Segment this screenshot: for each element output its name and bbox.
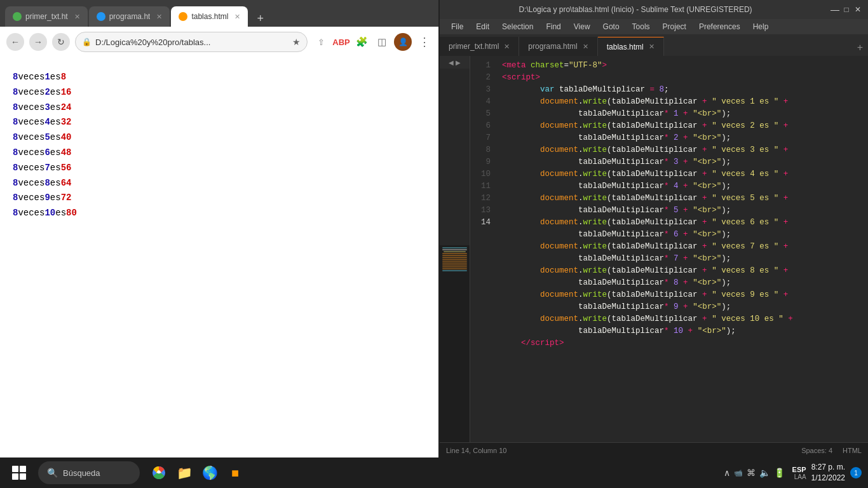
- code-line-11: document.write(tablaDeMultiplicar + " ve…: [502, 265, 868, 277]
- close-button[interactable]: ✕: [854, 6, 862, 13]
- tab-favicon-2: [97, 12, 105, 21]
- battery-icon[interactable]: 🔋: [774, 468, 785, 478]
- editor-tab-1-close[interactable]: ✕: [504, 43, 510, 51]
- code-line-5: document.write(tablaDeMultiplicar + " ve…: [502, 120, 868, 132]
- minimap-line: [442, 257, 467, 258]
- minimap-content: [440, 245, 470, 273]
- profile-avatar[interactable]: 👤: [394, 33, 412, 51]
- minimap: [440, 245, 470, 442]
- editor-tab-3-close[interactable]: ✕: [649, 43, 654, 51]
- menu-project[interactable]: Project: [656, 21, 693, 32]
- code-lines[interactable]: <meta charset="UTF-8"> <script> var tabl…: [496, 56, 868, 442]
- menu-view[interactable]: View: [567, 21, 597, 32]
- menu-dots-icon[interactable]: ⋮: [416, 34, 432, 50]
- region-code: LAA: [794, 473, 806, 480]
- adblock-icon[interactable]: ABP: [333, 34, 349, 50]
- menu-selection[interactable]: Selection: [496, 21, 539, 32]
- volume-icon[interactable]: 🔈: [759, 468, 770, 478]
- taskbar-files-icon[interactable]: 📁: [173, 461, 196, 484]
- code-line-12: document.write(tablaDeMultiplicar + " ve…: [502, 289, 868, 301]
- editor-window: D:\Logica y pro\tablas.html (Inicio) - S…: [440, 0, 868, 458]
- code-line-4b: tablaDeMultiplicar* 1 + "<br>");: [502, 108, 868, 120]
- navigation-bar: ← → ↻ 🔒 D:/Logica%20y%20pro/tablas... ★ …: [0, 27, 438, 57]
- code-line-13: document.write(tablaDeMultiplicar + " ve…: [502, 313, 868, 325]
- browser-content: 8 veces 1 es 8 8 veces 2 es 16 8 veces 3…: [0, 57, 438, 458]
- output-line-8: 8 veces 8 es 64: [13, 176, 426, 191]
- line-num-10: 10: [470, 168, 496, 180]
- extension-up-icon[interactable]: ⇧: [313, 34, 329, 50]
- code-line-7: document.write(tablaDeMultiplicar + " ve…: [502, 168, 868, 180]
- editor-new-tab-button[interactable]: +: [852, 39, 868, 56]
- fold-line-7: [440, 145, 470, 157]
- code-line-10b: tablaDeMultiplicar* 7 + "<br>");: [502, 253, 868, 265]
- taskbar-sublime-icon[interactable]: ■: [224, 461, 247, 484]
- line-num-7: 7: [470, 132, 496, 144]
- editor-title-text: D:\Logica y pro\tablas.html (Inicio) - S…: [446, 5, 825, 14]
- line-num-11: 11: [470, 180, 496, 193]
- win-logo-bl: [12, 473, 18, 480]
- maximize-button[interactable]: □: [843, 6, 850, 13]
- windows-logo: [12, 466, 26, 480]
- code-line-9: document.write(tablaDeMultiplicar + " ve…: [502, 217, 868, 229]
- tab-close-3[interactable]: ✕: [234, 13, 240, 21]
- taskbar-search-label: Búsqueda: [63, 468, 100, 478]
- menu-goto[interactable]: Goto: [597, 21, 626, 32]
- language-display: ESP LAA: [792, 466, 806, 480]
- start-button[interactable]: [6, 460, 32, 485]
- editor-tab-2[interactable]: programa.html ✕: [519, 37, 597, 56]
- editor-tab-1[interactable]: primer_txt.html ✕: [440, 37, 519, 56]
- minimap-line: [442, 270, 467, 271]
- taskbar-edge-icon[interactable]: 🌎: [198, 461, 221, 484]
- back-button[interactable]: ←: [6, 33, 24, 51]
- tab-close-1[interactable]: ✕: [74, 13, 80, 21]
- code-line-11b: tablaDeMultiplicar* 8 + "<br>");: [502, 277, 868, 289]
- wifi-icon[interactable]: ⌘: [747, 468, 756, 478]
- code-line-3: var tablaDeMultiplicar = 8;: [502, 84, 868, 96]
- star-icon[interactable]: ★: [292, 37, 301, 47]
- browser-tab-3[interactable]: tablas.html ✕: [171, 6, 248, 27]
- reload-button[interactable]: ↻: [52, 33, 70, 51]
- clock-date: 1/12/2022: [811, 473, 845, 484]
- forward-button[interactable]: →: [29, 33, 47, 51]
- menu-tools[interactable]: Tools: [626, 21, 656, 32]
- output-line-10: 8 veces 10 es 80: [13, 206, 426, 221]
- code-line-2: <script>: [502, 72, 868, 84]
- lang-icon[interactable]: 📹: [734, 469, 743, 477]
- tab-close-2[interactable]: ✕: [156, 13, 162, 21]
- notification-badge[interactable]: 1: [850, 467, 862, 478]
- minimize-button[interactable]: —: [831, 6, 839, 13]
- editor-tab-2-label: programa.html: [528, 42, 577, 51]
- code-line-6: document.write(tablaDeMultiplicar + " ve…: [502, 144, 868, 156]
- address-bar[interactable]: 🔒 D:/Logica%20y%20pro/tablas... ★: [75, 32, 308, 52]
- puzzle-icon[interactable]: 🧩: [353, 34, 370, 50]
- editor-tab-3[interactable]: tablas.html ✕: [598, 37, 664, 56]
- menu-file[interactable]: File: [445, 21, 470, 32]
- tab-favicon-3: [179, 12, 187, 21]
- new-tab-button[interactable]: +: [253, 11, 268, 27]
- tab-bar: primer_txt.ht ✕ programa.ht ✕ tablas.htm…: [0, 0, 438, 27]
- menu-edit[interactable]: Edit: [470, 21, 496, 32]
- line-num-2: 2: [470, 72, 496, 84]
- taskbar: 🔍 Búsqueda 📁 🌎 ■ ∧ 📹 ⌘ 🔈 🔋 ESP LAA: [0, 458, 868, 488]
- taskbar-chrome-icon[interactable]: [147, 461, 170, 484]
- minimap-line: [444, 251, 466, 252]
- menu-preferences[interactable]: Preferences: [693, 21, 747, 32]
- code-line-7b: tablaDeMultiplicar* 4 + "<br>");: [502, 180, 868, 193]
- menu-help[interactable]: Help: [747, 21, 775, 32]
- browser-tab-1[interactable]: primer_txt.ht ✕: [5, 6, 88, 27]
- clock-area[interactable]: 8:27 p. m. 1/12/2022: [811, 462, 845, 484]
- code-line-6b: tablaDeMultiplicar* 3 + "<br>");: [502, 156, 868, 168]
- sidebar-toggle-icon[interactable]: ◫: [374, 34, 390, 50]
- taskbar-search[interactable]: 🔍 Búsqueda: [38, 461, 140, 484]
- text-1: veces: [18, 70, 44, 85]
- editor-tab-2-close[interactable]: ✕: [583, 43, 588, 51]
- num-blue-n-1: 1: [44, 70, 50, 85]
- output-line-5: 8 veces 5 es 40: [13, 130, 426, 146]
- minimap-line: [442, 259, 467, 260]
- menu-find[interactable]: Find: [539, 21, 567, 32]
- browser-tab-2[interactable]: programa.ht ✕: [89, 6, 170, 27]
- tray-arrow-icon[interactable]: ∧: [724, 468, 730, 478]
- system-tray: ∧ 📹 ⌘ 🔈 🔋: [724, 468, 785, 478]
- output-line-9: 8 veces 9 es 72: [13, 191, 426, 206]
- folder-icon: 📁: [177, 465, 193, 480]
